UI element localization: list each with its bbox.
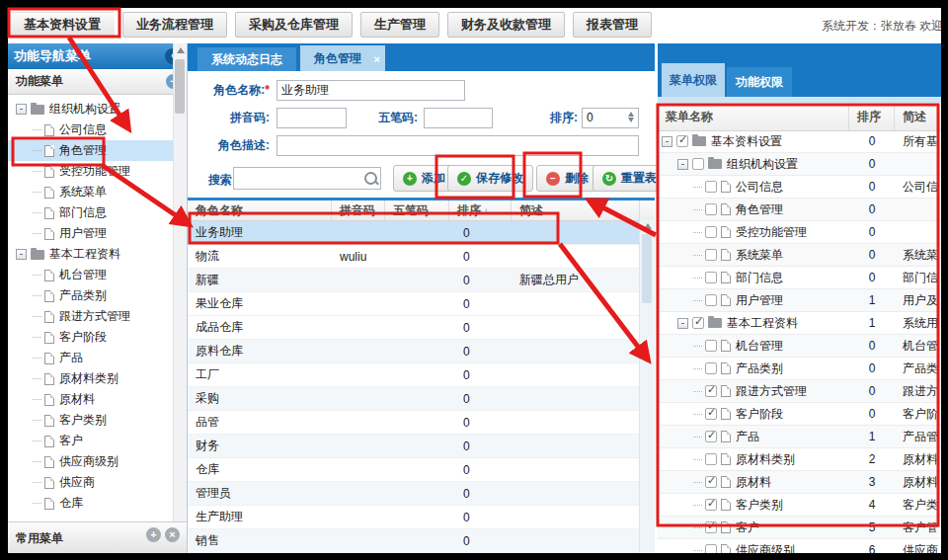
sidebar-footer[interactable]: 常用菜单 + × (8, 521, 187, 553)
collapse-icon[interactable]: - (16, 249, 27, 260)
sidebar-item[interactable]: 产品 (8, 348, 187, 368)
checkbox-checked[interactable] (705, 521, 717, 533)
table-row[interactable]: 工厂0 (188, 363, 655, 387)
table-row[interactable]: 新疆0新疆总用户 (188, 269, 655, 292)
spinner-arrows-icon[interactable] (625, 111, 636, 123)
sidebar-item[interactable]: 仓库 (8, 493, 187, 514)
permission-row[interactable]: 系统菜单0系统菜 (658, 244, 941, 267)
scroll-thumb[interactable] (642, 234, 652, 303)
table-row[interactable]: 管理员0 (188, 482, 655, 506)
collapse-icon[interactable]: - (677, 159, 688, 170)
sidebar-item[interactable]: 用户管理 (8, 223, 187, 244)
permissions-tab-1[interactable]: 菜单权限 (662, 63, 725, 97)
sidebar-item[interactable]: 原材料 (8, 389, 187, 410)
sidebar-item[interactable]: 部门信息 (8, 202, 187, 223)
checkbox-unchecked[interactable] (705, 203, 717, 215)
checkbox-checked[interactable] (676, 135, 688, 147)
grid-scrollbar[interactable] (639, 220, 655, 553)
checkbox-unchecked[interactable] (705, 272, 717, 283)
column-header[interactable]: 角色名称 (188, 200, 332, 220)
toolbar-button-1[interactable]: +添加 (393, 165, 455, 192)
permission-row[interactable]: -基本工程资料1系统用 (658, 312, 941, 335)
permission-row[interactable]: 客户类别4客户类 (658, 494, 941, 517)
table-row[interactable]: 果业仓库0 (188, 292, 655, 316)
table-row[interactable]: 业务助理0 (188, 221, 655, 245)
search-input[interactable] (234, 169, 364, 188)
checkbox-unchecked[interactable] (705, 453, 717, 465)
table-row[interactable]: 原料仓库0 (188, 340, 655, 363)
pinyin-input[interactable] (276, 108, 347, 128)
checkbox-checked[interactable] (692, 317, 704, 329)
permission-row[interactable]: 产品1产品管 (658, 426, 941, 448)
close-icon[interactable]: × (374, 46, 380, 72)
permission-row[interactable]: 跟进方式管理0跟进方 (658, 380, 941, 403)
table-row[interactable]: 生产助理0 (188, 506, 655, 529)
scroll-up-icon[interactable] (644, 223, 652, 229)
search-icon[interactable] (364, 172, 377, 185)
sidebar-item[interactable]: 跟进方式管理 (8, 306, 187, 327)
toolbar-button-2[interactable]: ✓保存修改 (447, 165, 533, 192)
column-header[interactable]: 拼音码 (332, 200, 385, 220)
table-row[interactable]: 采购0 (188, 387, 655, 411)
permission-row[interactable]: 机台管理0机台管 (658, 335, 941, 358)
menu-button-1[interactable]: 基本资料设置 (10, 12, 115, 38)
sidebar-item[interactable]: 角色管理 (8, 140, 187, 161)
checkbox-unchecked[interactable] (705, 294, 717, 306)
collapse-icon[interactable]: - (16, 104, 27, 115)
checkbox-unchecked[interactable] (705, 226, 717, 238)
toolbar-button-3[interactable]: −删除 (536, 165, 598, 192)
permission-row[interactable]: 客户5客户管 (658, 517, 941, 539)
checkbox-checked[interactable] (705, 476, 717, 488)
sidebar-item[interactable]: -组织机构设置 (8, 99, 187, 120)
permission-row[interactable]: 部门信息0部门信 (658, 267, 941, 289)
permission-row[interactable]: 用户管理1用户及 (658, 289, 941, 312)
permission-row[interactable]: 公司信息0公司信 (658, 176, 941, 199)
role-name-input[interactable] (276, 80, 465, 101)
table-row[interactable]: 销售0 (188, 529, 655, 553)
permission-row[interactable]: 原材料类别2原材料 (658, 448, 941, 471)
sidebar-item[interactable]: 客户阶段 (8, 327, 187, 348)
permission-row[interactable]: -基本资料设置0所有基 (658, 130, 941, 153)
menu-button-5[interactable]: 财务及收款管理 (447, 12, 565, 38)
sidebar-item[interactable]: 公司信息 (8, 120, 187, 140)
checkbox-checked[interactable] (705, 385, 717, 397)
permission-row[interactable]: 产品类别0产品类 (658, 358, 941, 380)
checkbox-unchecked[interactable] (705, 249, 717, 261)
sidebar-scrollbar[interactable] (173, 43, 187, 553)
tab-1[interactable]: 系统动态日志 (198, 47, 296, 71)
permission-row[interactable]: 受控功能管理0 (658, 221, 941, 244)
close-circle-icon[interactable]: × (165, 527, 180, 542)
column-header[interactable]: 简述 (895, 103, 941, 130)
permission-row[interactable]: 原材料3原材料 (658, 471, 941, 494)
menu-button-2[interactable]: 业务流程管理 (122, 12, 227, 38)
sidebar-item[interactable]: 系统菜单 (8, 182, 187, 202)
checkbox-unchecked[interactable] (705, 340, 717, 352)
sidebar-item[interactable]: 原材料类别 (8, 368, 187, 389)
column-header[interactable]: 菜单名称 (658, 103, 849, 130)
menu-button-6[interactable]: 报表管理 (573, 12, 652, 38)
scroll-thumb[interactable] (175, 59, 185, 114)
plus-circle-icon[interactable]: + (146, 527, 161, 542)
scroll-up-icon[interactable] (177, 47, 185, 53)
checkbox-unchecked[interactable] (705, 181, 717, 193)
checkbox-checked[interactable] (705, 499, 717, 511)
permission-row[interactable]: 角色管理0 (658, 199, 941, 221)
table-row[interactable]: 财务0 (188, 435, 655, 458)
checkbox-checked[interactable] (705, 408, 717, 420)
permission-row[interactable]: 客户阶段0客户阶 (658, 403, 941, 426)
menu-button-4[interactable]: 生产管理 (360, 12, 439, 38)
table-row[interactable]: 物流wuliu0 (188, 245, 655, 269)
collapse-icon[interactable]: - (662, 136, 672, 147)
checkbox-unchecked[interactable] (705, 544, 717, 553)
permission-row[interactable]: -组织机构设置0 (658, 153, 941, 176)
checkbox-unchecked[interactable] (705, 362, 717, 374)
wubi-input[interactable] (424, 108, 493, 128)
sidebar-item[interactable]: 客户 (8, 431, 187, 451)
column-header[interactable]: 排序 ↓ (449, 200, 512, 220)
role-desc-input[interactable] (276, 135, 639, 156)
sidebar-item[interactable]: 产品类别 (8, 285, 187, 306)
checkbox-unchecked[interactable] (692, 158, 704, 170)
sidebar-item[interactable]: 供应商级别 (8, 451, 187, 472)
column-header[interactable]: 排序 (849, 103, 895, 130)
sidebar-item[interactable]: 客户类别 (8, 410, 187, 431)
